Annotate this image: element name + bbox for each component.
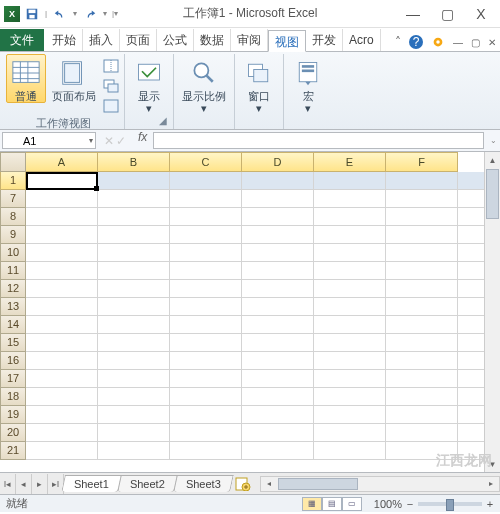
cell[interactable]: [242, 424, 314, 442]
cell[interactable]: [98, 226, 170, 244]
horizontal-scrollbar[interactable]: ◂ ▸: [260, 476, 500, 492]
row-header[interactable]: 15: [0, 334, 26, 352]
formula-input[interactable]: [153, 132, 484, 149]
page-layout-shortcut[interactable]: ▤: [322, 497, 342, 511]
minimize-ribbon-icon[interactable]: ˄: [395, 35, 401, 49]
close-button[interactable]: X: [470, 4, 492, 24]
cell[interactable]: [386, 262, 458, 280]
cell[interactable]: [386, 442, 458, 460]
cell[interactable]: [386, 244, 458, 262]
cell[interactable]: [386, 280, 458, 298]
cell[interactable]: [458, 262, 484, 280]
cell[interactable]: [458, 244, 484, 262]
cell[interactable]: [314, 370, 386, 388]
scroll-thumb[interactable]: [278, 478, 358, 490]
cell[interactable]: [242, 280, 314, 298]
tab-view[interactable]: 视图: [268, 30, 306, 52]
tab-acrobat[interactable]: Acro: [343, 29, 381, 51]
cell[interactable]: [98, 262, 170, 280]
zoom-ratio-button[interactable]: 显示比例▾: [178, 54, 230, 115]
dialog-launcher-icon[interactable]: ◢: [159, 115, 171, 127]
cell-grid[interactable]: [26, 172, 484, 472]
dropdown-icon[interactable]: ▾: [73, 9, 77, 18]
cell[interactable]: [242, 226, 314, 244]
row-header[interactable]: 19: [0, 406, 26, 424]
cell[interactable]: [170, 352, 242, 370]
cell[interactable]: [26, 262, 98, 280]
page-break-preview-button[interactable]: [102, 57, 120, 75]
cell[interactable]: [170, 316, 242, 334]
scroll-left-icon[interactable]: ◂: [261, 479, 277, 488]
row-header[interactable]: 13: [0, 298, 26, 316]
cell[interactable]: [386, 406, 458, 424]
enter-icon[interactable]: ✓: [116, 134, 126, 148]
cell[interactable]: [26, 280, 98, 298]
row-header[interactable]: 17: [0, 370, 26, 388]
insert-function-button[interactable]: fx: [132, 130, 153, 151]
cell[interactable]: [242, 190, 314, 208]
cell[interactable]: [170, 172, 242, 190]
cell[interactable]: [314, 334, 386, 352]
cell[interactable]: [26, 424, 98, 442]
cell[interactable]: [242, 208, 314, 226]
normal-view-button[interactable]: 普通: [6, 54, 46, 103]
cell[interactable]: [314, 244, 386, 262]
tab-data[interactable]: 数据: [194, 29, 231, 51]
window-button[interactable]: 窗口▾: [239, 54, 279, 115]
cell[interactable]: [98, 442, 170, 460]
tab-insert[interactable]: 插入: [83, 29, 120, 51]
cell[interactable]: [98, 244, 170, 262]
row-header[interactable]: 11: [0, 262, 26, 280]
cell[interactable]: [386, 172, 458, 190]
cell[interactable]: [314, 280, 386, 298]
cell[interactable]: [170, 370, 242, 388]
cell[interactable]: [242, 172, 314, 190]
dropdown-icon[interactable]: ▾: [103, 9, 107, 18]
cell[interactable]: [458, 298, 484, 316]
cell[interactable]: [26, 316, 98, 334]
save-icon[interactable]: [23, 5, 41, 23]
cell[interactable]: [242, 334, 314, 352]
column-header[interactable]: B: [98, 152, 170, 172]
insert-sheet-button[interactable]: [232, 477, 254, 491]
row-header[interactable]: 9: [0, 226, 26, 244]
macros-button[interactable]: 宏▾: [288, 54, 328, 115]
qat-customize-dropdown[interactable]: |▾: [112, 9, 118, 18]
maximize-button[interactable]: ▢: [436, 4, 458, 24]
tab-review[interactable]: 审阅: [231, 29, 268, 51]
cell[interactable]: [458, 190, 484, 208]
zoom-slider[interactable]: [418, 502, 482, 506]
cell[interactable]: [170, 262, 242, 280]
cell[interactable]: [98, 208, 170, 226]
sheet-tab[interactable]: Sheet3: [173, 475, 233, 492]
cell[interactable]: [458, 406, 484, 424]
cell[interactable]: [98, 190, 170, 208]
cell[interactable]: [386, 208, 458, 226]
cell[interactable]: [26, 172, 98, 190]
cell[interactable]: [386, 388, 458, 406]
expand-formula-bar-icon[interactable]: ⌄: [486, 130, 500, 151]
cell[interactable]: [314, 352, 386, 370]
cell[interactable]: [170, 298, 242, 316]
cell[interactable]: [386, 298, 458, 316]
scroll-up-icon[interactable]: ▲: [485, 152, 500, 168]
sheet-tab[interactable]: Sheet2: [117, 475, 177, 492]
scroll-down-icon[interactable]: ▼: [485, 456, 500, 472]
cell[interactable]: [386, 370, 458, 388]
cell[interactable]: [458, 208, 484, 226]
next-sheet-button[interactable]: ▸: [32, 474, 48, 494]
cell[interactable]: [170, 424, 242, 442]
cell[interactable]: [98, 316, 170, 334]
normal-view-shortcut[interactable]: ▦: [302, 497, 322, 511]
cell[interactable]: [170, 388, 242, 406]
cell[interactable]: [242, 244, 314, 262]
cell[interactable]: [386, 226, 458, 244]
cell[interactable]: [386, 334, 458, 352]
vertical-scrollbar[interactable]: ▲ ▼: [484, 152, 500, 472]
cell[interactable]: [314, 208, 386, 226]
page-layout-button[interactable]: 页面布局: [48, 54, 100, 103]
doc-restore-icon[interactable]: ▢: [471, 37, 480, 48]
tab-formulas[interactable]: 公式: [157, 29, 194, 51]
cell[interactable]: [314, 172, 386, 190]
cell[interactable]: [242, 442, 314, 460]
